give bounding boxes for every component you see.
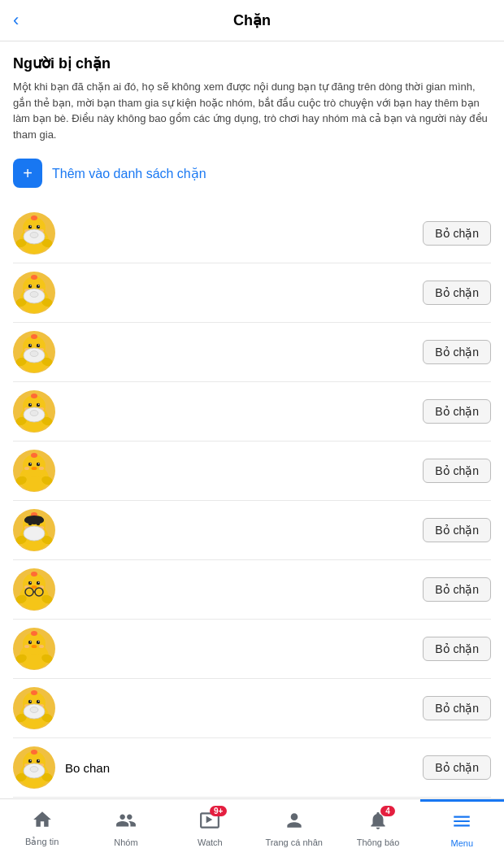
section-title: Người bị chặn — [13, 54, 491, 72]
unblock-button[interactable]: Bỏ chặn — [423, 399, 491, 424]
svg-point-83 — [23, 573, 46, 596]
nav-item-groups[interactable]: Nhóm — [84, 799, 167, 857]
groups-icon — [115, 810, 137, 836]
svg-point-122 — [30, 707, 38, 713]
nav-label-home: Bảng tin — [25, 837, 59, 847]
nav-label-notifications: Thông báo — [357, 837, 400, 847]
blocked-item: Bỏ chặn — [13, 323, 491, 382]
unblock-button[interactable]: Bỏ chặn — [423, 281, 491, 305]
avatar — [13, 628, 55, 670]
unblock-button[interactable]: Bỏ chặn — [423, 459, 491, 483]
nav-label-profile: Trang cá nhân — [265, 837, 323, 847]
svg-point-65 — [24, 467, 29, 470]
avatar — [13, 687, 55, 729]
unblock-button[interactable]: Bỏ chặn — [423, 696, 491, 720]
svg-point-86 — [28, 581, 32, 585]
svg-point-7 — [38, 226, 39, 227]
avatar — [13, 272, 55, 314]
svg-point-64 — [32, 467, 37, 470]
page-title: Chặn — [13, 11, 491, 29]
add-icon[interactable]: + — [13, 159, 42, 188]
svg-point-33 — [37, 344, 40, 347]
svg-point-61 — [37, 463, 40, 466]
svg-point-39 — [31, 334, 37, 339]
svg-point-53 — [31, 394, 37, 398]
blocked-item: Bỏ chặn — [13, 560, 491, 620]
notifications-badge: 4 — [380, 806, 395, 816]
svg-point-18 — [28, 285, 32, 288]
svg-point-63 — [38, 463, 39, 464]
nav-label-menu: Menu — [451, 838, 474, 848]
header: ‹ Chặn — [0, 0, 504, 41]
unblock-button[interactable]: Bỏ chặn — [423, 577, 491, 602]
svg-point-106 — [24, 645, 29, 648]
unblock-button[interactable]: Bỏ chặn — [423, 340, 491, 364]
nav-item-profile[interactable]: Trang cá nhân — [252, 799, 336, 857]
avatar — [13, 746, 55, 789]
svg-point-46 — [28, 403, 32, 407]
svg-point-25 — [31, 275, 37, 280]
nav-item-menu[interactable]: Menu — [420, 799, 504, 857]
svg-point-35 — [38, 345, 39, 346]
blocked-item: Bỏ chặn — [13, 501, 491, 560]
svg-point-116 — [38, 701, 39, 702]
avatar — [13, 509, 55, 551]
svg-point-81 — [24, 526, 45, 541]
avatar — [13, 331, 55, 373]
svg-point-134 — [31, 750, 37, 755]
svg-point-27 — [30, 292, 38, 298]
svg-point-32 — [28, 344, 32, 347]
svg-point-104 — [38, 642, 39, 642]
unblock-button[interactable]: Bỏ chặn — [423, 221, 491, 246]
svg-point-34 — [30, 345, 31, 346]
avatar — [13, 212, 55, 254]
svg-point-55 — [30, 411, 38, 416]
svg-point-136 — [30, 767, 38, 772]
blocked-item: Bỏ chặn — [13, 263, 491, 323]
svg-point-62 — [30, 463, 31, 464]
menu-icon — [451, 811, 472, 837]
avatar — [13, 450, 55, 492]
svg-point-88 — [30, 582, 31, 583]
nav-item-watch[interactable]: 9+Watch — [168, 799, 252, 857]
add-to-blocklist[interactable]: + Thêm vào danh sách chặn — [13, 159, 491, 188]
back-button[interactable]: ‹ — [13, 10, 19, 31]
svg-point-49 — [38, 404, 39, 405]
unblock-button[interactable]: Bỏ chặn — [423, 637, 491, 661]
section-description: Một khi bạn đã chặn ai đó, họ sẽ không x… — [13, 79, 491, 142]
watch-badge: 9+ — [210, 806, 227, 816]
blocked-item: Bỏ chặn — [13, 679, 491, 738]
svg-point-98 — [23, 633, 46, 655]
avatar — [13, 390, 55, 433]
svg-point-41 — [30, 351, 38, 357]
unblock-button[interactable]: Bỏ chặn — [423, 518, 491, 542]
main-content: Người bị chặn Một khi bạn đã chặn ai đó,… — [0, 41, 504, 857]
svg-point-120 — [31, 690, 37, 695]
nav-item-home[interactable]: Bảng tin — [0, 799, 84, 857]
svg-point-21 — [38, 285, 39, 286]
svg-point-101 — [28, 641, 32, 644]
svg-point-20 — [30, 285, 31, 286]
svg-point-5 — [37, 225, 40, 228]
svg-point-102 — [37, 641, 40, 644]
svg-point-90 — [32, 585, 37, 589]
svg-point-48 — [30, 404, 31, 405]
svg-point-93 — [31, 572, 37, 576]
blocked-item: Bỏ chặn — [13, 204, 491, 263]
unblock-button[interactable]: Bỏ chặn — [423, 755, 491, 780]
bottom-navigation: Bảng tinNhóm9+WatchTrang cá nhân4Thông b… — [0, 798, 504, 857]
nav-label-watch: Watch — [198, 837, 223, 847]
svg-point-127 — [28, 759, 32, 763]
home-icon — [32, 809, 53, 835]
svg-point-128 — [37, 759, 40, 763]
profile-icon — [284, 810, 305, 836]
svg-point-89 — [38, 582, 39, 583]
svg-point-67 — [31, 453, 37, 458]
svg-point-47 — [37, 403, 40, 407]
svg-point-115 — [30, 701, 31, 702]
blocked-item: Bỏ chặn — [13, 442, 491, 501]
svg-point-129 — [30, 760, 31, 761]
nav-item-notifications[interactable]: 4Thông báo — [336, 799, 419, 857]
svg-point-19 — [37, 285, 40, 288]
svg-point-108 — [31, 631, 37, 636]
